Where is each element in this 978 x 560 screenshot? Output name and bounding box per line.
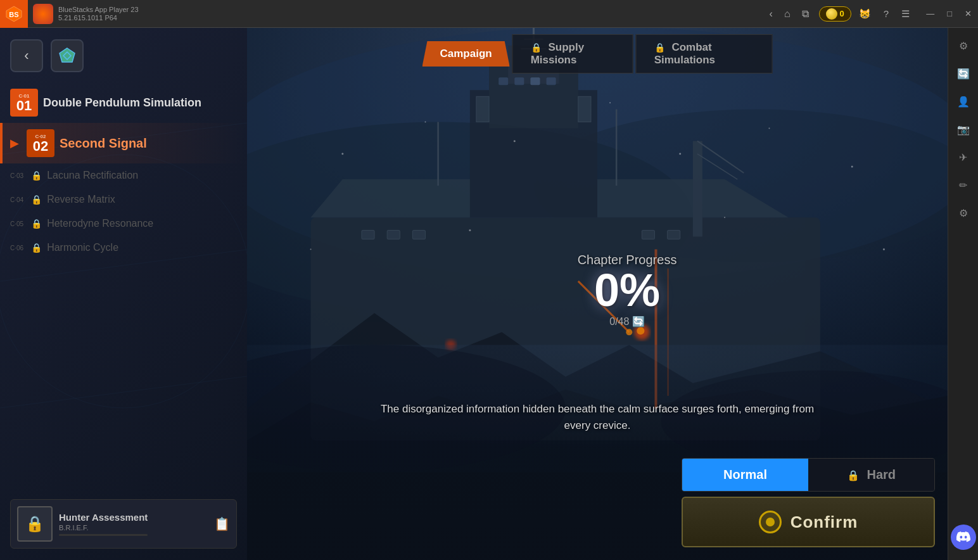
close-button[interactable]: ✕ (958, 0, 978, 28)
chapter-item-05[interactable]: C·05 🔒 Heterodyne Resonance (0, 212, 247, 236)
sidebar-btn-5[interactable]: ✈ (951, 144, 976, 170)
campaign-tab[interactable]: Campaign (422, 41, 510, 67)
sidebar-btn-1[interactable]: ⚙ (951, 33, 976, 58)
svg-rect-28 (362, 230, 374, 239)
nav-multi-button[interactable]: ⧉ (797, 6, 814, 22)
chapter-item-04[interactable]: C·04 🔒 Reverse Matrix (0, 188, 247, 212)
svg-point-52 (679, 153, 681, 155)
profile-icon-btn[interactable]: 😸 (854, 6, 876, 22)
app-title: BlueStacks App Player 23 5.21.615.1011 P… (58, 6, 759, 22)
minimize-button[interactable]: — (920, 0, 941, 28)
discord-button[interactable] (951, 525, 976, 550)
normal-difficulty-btn[interactable]: Normal (682, 459, 808, 491)
top-nav-row: ‹ (0, 34, 247, 82)
chapter-02-badge: C·02 02 (27, 129, 54, 157)
lock-icon-06: 🔒 (31, 243, 42, 253)
app-icon (33, 4, 53, 24)
nav-buttons: ‹ ⌂ ⧉ (765, 6, 814, 22)
svg-rect-29 (387, 230, 400, 239)
chapter-03-title: Lacuna Rectification (47, 170, 138, 181)
chapter-progress-count: 0/48 🔄 (578, 315, 677, 328)
svg-rect-26 (530, 77, 540, 85)
supply-missions-tab[interactable]: 🔒 Supply Missions (512, 34, 633, 73)
svg-point-37 (637, 327, 644, 334)
chapter-item-02[interactable]: ▶ C·02 02 Second Signal (0, 123, 247, 163)
active-indicator (0, 123, 3, 163)
confirm-icon-inner (766, 518, 775, 526)
lock-icon-05: 🔒 (31, 219, 42, 229)
window-controls: — □ ✕ (920, 0, 978, 28)
chapter-04-code: C·04 (10, 196, 23, 203)
svg-point-53 (768, 128, 770, 129)
combat-lock-icon: 🔒 (654, 42, 665, 53)
coin-icon (826, 8, 837, 20)
sidebar-btn-3[interactable]: 👤 (951, 89, 976, 114)
confirm-button[interactable]: Confirm (682, 497, 935, 547)
menu-button[interactable]: ☰ (896, 6, 915, 22)
hunter-progress-bar (59, 534, 148, 536)
coin-balance: 0 (819, 6, 851, 22)
svg-point-58 (883, 248, 885, 250)
svg-point-40 (626, 329, 632, 335)
combat-simulations-tab[interactable]: 🔒 Combat Simulations (636, 34, 773, 73)
chapter-item-01[interactable]: C·01 01 Double Pendulum Simulation (0, 82, 247, 123)
chapter-item-06[interactable]: C·06 🔒 Harmonic Cycle (0, 236, 247, 260)
svg-rect-18 (578, 96, 591, 122)
svg-rect-31 (642, 230, 654, 239)
nav-home-button[interactable]: ⌂ (779, 6, 796, 22)
maximize-button[interactable]: □ (941, 0, 958, 28)
svg-rect-30 (412, 230, 425, 239)
chapter-03-code: C·03 (10, 172, 23, 179)
game-tabs: Campaign 🔒 Supply Missions 🔒 Combat Simu… (422, 34, 773, 73)
hunter-assessment[interactable]: 🔒 Hunter Assessment B.R.I.E.F. 📋 (10, 499, 237, 549)
title-bar: BS BlueStacks App Player 23 5.21.615.101… (0, 0, 978, 28)
right-sidebar: ⚙ 🔄 👤 📷 ✈ ✏ ⚙ (948, 28, 978, 560)
svg-rect-27 (547, 77, 556, 85)
supply-lock-icon: 🔒 (531, 42, 542, 53)
confirm-label: Confirm (791, 512, 858, 532)
chapter-06-code: C·06 (10, 245, 23, 251)
lock-icon-03: 🔒 (31, 170, 42, 181)
svg-rect-17 (476, 96, 489, 122)
chapter-01-badge: C·01 01 (10, 89, 38, 117)
clipboard-icon: 📋 (214, 516, 230, 531)
nav-back-button[interactable]: ‹ (765, 6, 778, 22)
svg-text:BS: BS (9, 11, 18, 18)
chapter-progress-percentage: 0% (578, 267, 677, 313)
difficulty-panel: Normal 🔒 Hard Confirm (682, 458, 935, 547)
svg-point-54 (851, 165, 853, 167)
hard-difficulty-btn[interactable]: 🔒 Hard (808, 459, 934, 491)
svg-rect-25 (514, 77, 524, 85)
sidebar-btn-4[interactable]: 📷 (951, 117, 976, 142)
chapter-06-title: Harmonic Cycle (47, 242, 118, 253)
chapter-04-title: Reverse Matrix (47, 194, 115, 205)
sidebar-btn-2[interactable]: 🔄 (951, 61, 976, 86)
main-content: ‹ C·01 01 (0, 28, 948, 560)
svg-point-57 (724, 217, 725, 218)
lock-icon-04: 🔒 (31, 194, 42, 205)
svg-point-49 (425, 122, 426, 123)
sidebar-btn-6[interactable]: ✏ (951, 172, 976, 198)
svg-rect-32 (668, 230, 680, 239)
bluestacks-logo: BS (0, 0, 28, 28)
drive-button[interactable] (51, 39, 84, 72)
hunter-title: Hunter Assessment (59, 512, 148, 523)
hunter-icon: 🔒 (17, 506, 53, 542)
help-button[interactable]: ? (879, 6, 894, 22)
back-button[interactable]: ‹ (10, 39, 43, 72)
svg-point-48 (341, 153, 343, 155)
svg-point-56 (469, 229, 471, 231)
svg-point-55 (310, 249, 312, 250)
chapter-05-code: C·05 (10, 220, 23, 227)
hunter-subtitle: B.R.I.E.F. (59, 524, 148, 531)
confirm-icon (759, 511, 782, 533)
difficulty-row: Normal 🔒 Hard (682, 458, 935, 492)
sidebar-btn-7[interactable]: ⚙ (951, 200, 976, 226)
hunter-info: Hunter Assessment B.R.I.E.F. (59, 512, 148, 536)
chapter-progress: Chapter Progress 0% 0/48 🔄 (578, 253, 677, 328)
svg-point-51 (609, 102, 611, 103)
svg-rect-24 (499, 77, 508, 85)
chapter-item-03[interactable]: C·03 🔒 Lacuna Rectification (0, 163, 247, 188)
svg-rect-33 (693, 141, 702, 237)
chapter-01-title: Double Pendulum Simulation (43, 96, 201, 110)
